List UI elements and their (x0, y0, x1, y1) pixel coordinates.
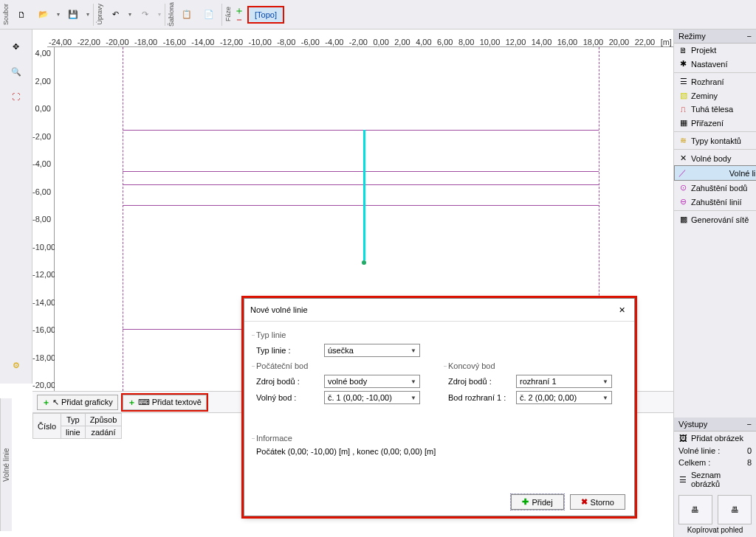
save-dropdown[interactable]: ▾ (84, 11, 92, 18)
zoom-marquee-icon: 🔍 (11, 67, 21, 77)
undo-icon: ↶ (112, 10, 119, 19)
move-icon: ✥ (13, 42, 19, 52)
picture-list-button[interactable]: ☰Seznam obrázků (674, 468, 756, 491)
folder-open-icon: 📂 (38, 10, 49, 19)
soil-icon: ▧ (678, 91, 688, 100)
toolbar-group-edit: Úpravy (95, 2, 104, 27)
modes-panel: Režimy− 🗎Projekt ✱Nastavení ☰Rozhraní ▧Z… (673, 30, 756, 537)
refine-ln-icon: ⊖ (678, 197, 688, 207)
model-bound-left (123, 47, 123, 391)
minimize-icon[interactable]: − (747, 32, 752, 41)
undo-dropdown[interactable]: ▾ (126, 11, 134, 18)
toolbar-group-template: Šablona (167, 1, 176, 28)
line-icon: ／ (678, 167, 687, 179)
save-file-button[interactable]: 💾 (63, 4, 83, 25)
add-picture-button[interactable]: 🖼Přidat obrázek (674, 432, 756, 445)
add-by-text-button[interactable]: ＋⌨Přidat textově (123, 395, 207, 410)
col-number[interactable]: Číslo (33, 414, 61, 439)
mode-rigid[interactable]: ⎍Tuhá tělesa (674, 103, 756, 116)
template-paste-button[interactable]: 📄 (199, 4, 219, 25)
open-file-button[interactable]: 📂 (33, 4, 54, 25)
view-settings-button[interactable]: ⚙ (4, 354, 29, 376)
pan-tool[interactable]: ✥ (4, 35, 29, 58)
section-start-point: Počáteční bod (256, 361, 430, 370)
mode-free-lines[interactable]: ／Volné linie (674, 165, 756, 181)
open-dropdown[interactable]: ▾ (55, 11, 62, 18)
outputs-panel: Výstupy− 🖼Přidat obrázek Volné linie :0 … (674, 418, 756, 537)
end-point-label: Bod rozhraní 1 : (448, 393, 510, 402)
start-source-select[interactable]: volné body▼ (324, 375, 420, 388)
mode-settings[interactable]: ✱Nastavení (674, 57, 756, 71)
redo-button[interactable]: ↷ (134, 4, 155, 25)
section-end-point: Koncový bod (448, 361, 622, 370)
interface-line (123, 130, 599, 131)
dialog-add-button[interactable]: ✚Přidej (511, 494, 563, 510)
mode-assign[interactable]: ▦Přiřazení (674, 116, 756, 130)
fit-view-tool[interactable]: ⛶ (4, 86, 29, 108)
dialog-cancel-button[interactable]: ✖Storno (570, 494, 625, 510)
out-total-value: 8 (747, 458, 752, 467)
paste-icon: 📄 (204, 10, 214, 19)
template-copy-button[interactable]: 📋 (176, 4, 197, 25)
phase-remove-button[interactable]: － (234, 15, 244, 24)
start-point-select[interactable]: č. 1 (0,00; -10,00)▼ (324, 391, 420, 404)
point-icon: ✕ (678, 153, 688, 163)
free-line-preview (363, 130, 365, 260)
interface-line (123, 205, 599, 206)
toolbar-group-file: Soubor (1, 2, 10, 27)
end-source-label: Zdroj bodů : (448, 377, 510, 386)
redo-icon: ↷ (142, 10, 148, 19)
end-point-select[interactable]: č. 2 (0,00; 0,00)▼ (516, 391, 612, 404)
mode-soils[interactable]: ▧Zeminy (674, 89, 756, 103)
section-line-type: Typ linie (256, 330, 622, 339)
new-free-line-dialog: Nové volné linie ✕ Typ linie Typ linie :… (244, 298, 635, 516)
section-info: Informace (256, 434, 622, 443)
mesh-icon: ▩ (678, 215, 688, 224)
cancel-icon: ✖ (581, 497, 588, 507)
fit-icon: ⛶ (12, 92, 20, 101)
refine-pt-icon: ⊙ (678, 183, 688, 193)
horizontal-ruler: -24,00-22,00-20,00-18,00-16,00-14,00-12,… (47, 30, 673, 47)
col-type[interactable]: Typ (61, 414, 86, 426)
assign-icon: ▦ (678, 118, 688, 128)
chevron-down-icon: ▼ (410, 395, 416, 401)
mode-interface[interactable]: ☰Rozhraní (674, 75, 756, 89)
plus-icon: ＋ (42, 397, 50, 408)
mode-project[interactable]: 🗎Projekt (674, 44, 756, 57)
redo-dropdown[interactable]: ▾ (156, 11, 163, 18)
print-button[interactable]: 🖶 (678, 495, 712, 524)
add-graphically-button[interactable]: ＋↖Přidat graficky (37, 395, 118, 410)
print-color-button[interactable]: 🖶 (718, 495, 752, 524)
start-source-label: Zdroj bodů : (256, 377, 318, 386)
mode-mesh[interactable]: ▩Generování sítě (674, 212, 756, 226)
close-icon: ✕ (619, 305, 625, 314)
chevron-down-icon: ▼ (410, 347, 416, 354)
vertical-ruler: 4,002,000,00-2,00-4,00-6,00-8,00-10,00-1… (32, 47, 55, 391)
panel-caption: Volné linie (0, 398, 12, 531)
minimize-icon[interactable]: − (747, 420, 752, 429)
mode-contacts[interactable]: ≋Typy kontaktů (674, 134, 756, 148)
out-total-label: Celkem : (678, 458, 710, 467)
gear-icon: ✱ (678, 59, 688, 69)
mode-refine-points[interactable]: ⊙Zahuštění bodů (674, 181, 756, 195)
zoom-tool[interactable]: 🔍 (4, 60, 29, 83)
mode-free-points[interactable]: ✕Volné body (674, 151, 756, 165)
free-point-marker (362, 260, 366, 265)
ruler-unit: [m] (661, 38, 672, 46)
line-type-select[interactable]: úsečka▼ (324, 344, 420, 357)
phase-topo-button[interactable]: [Topo] (247, 6, 284, 24)
printer-icon: 🖶 (691, 505, 699, 514)
copy-icon: 📋 (182, 10, 192, 19)
undo-button[interactable]: ↶ (105, 4, 126, 25)
add-pic-icon: 🖼 (678, 434, 688, 443)
dialog-close-button[interactable]: ✕ (615, 303, 628, 316)
dialog-title: Nové volné linie (250, 305, 308, 314)
end-source-select[interactable]: rozhraní 1▼ (516, 375, 612, 388)
save-icon: 💾 (68, 10, 78, 19)
main-toolbar: Soubor 🗋 📂▾ 💾▾ Úpravy ↶▾ ↷▾ Šablona 📋 📄 … (0, 0, 756, 30)
out-freelines-label: Volné linie : (678, 446, 720, 455)
col-mode[interactable]: Způsob (85, 414, 122, 426)
mode-refine-lines[interactable]: ⊖Zahuštění linií (674, 195, 756, 209)
rigid-icon: ⎍ (678, 105, 688, 114)
new-file-button[interactable]: 🗋 (11, 4, 32, 25)
